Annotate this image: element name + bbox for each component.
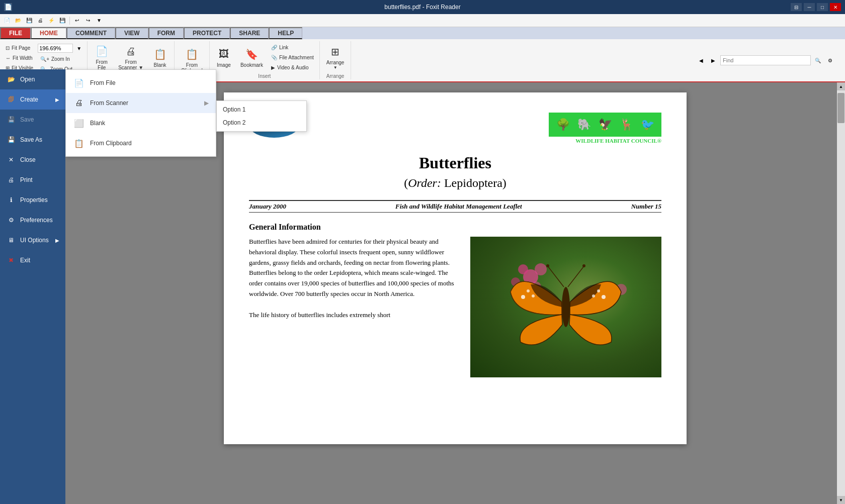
arrange-button[interactable]: ⊞ Arrange ▼ [323, 42, 348, 72]
tab-view[interactable]: VIEW [115, 27, 148, 39]
open-folder-icon: 📂 [6, 74, 16, 84]
settings-button[interactable]: ⚙ [825, 55, 835, 65]
blank-ribbon-button[interactable]: 📋 Blank [149, 42, 171, 72]
ribbon-search: ◀ ▶ 🔍 ⚙ [692, 41, 845, 79]
menu-item-uioptions[interactable]: 🖥 UI Options ▶ [0, 230, 65, 250]
wildlife-icons: 🌳 🐘 🦅 🦌 🐦 [549, 113, 661, 137]
new-button[interactable]: 📄 [2, 16, 12, 26]
scroll-up-button[interactable]: ▲ [837, 82, 845, 90]
svg-point-1 [535, 263, 547, 275]
properties-icon: ℹ [6, 195, 16, 205]
svg-point-8 [562, 287, 570, 327]
video-audio-button[interactable]: ▶ Video & Audio [269, 63, 316, 72]
menu-item-preferences[interactable]: ⚙ Preferences [0, 210, 65, 230]
svg-point-14 [592, 294, 595, 297]
content-row: Butterflies have been admired for centur… [249, 237, 661, 377]
separator [69, 17, 70, 25]
open-button[interactable]: 📂 [13, 16, 23, 26]
link-button[interactable]: 🔗 Link [269, 43, 316, 52]
link-icon: 🔗 [271, 45, 277, 50]
tab-comment[interactable]: COMMENT [66, 27, 115, 39]
scanner-submenu: Option 1 Option 2 [216, 100, 307, 132]
scroll-down-button[interactable]: ▼ [837, 496, 845, 504]
exit-icon: ✖ [6, 255, 16, 265]
tab-protect[interactable]: PROTECT [184, 27, 230, 39]
print-toolbar-button[interactable]: 🖨 [35, 16, 45, 26]
search-input[interactable] [720, 55, 811, 65]
menu-item-properties[interactable]: ℹ Properties [0, 190, 65, 210]
paragraph2: The life history of butterflies includes… [249, 310, 460, 321]
fit-page-button[interactable]: ⊡ Fit Page [3, 43, 36, 52]
create-blank-label: Blank [90, 120, 105, 127]
window-title: butterflies.pdf - Foxit Reader [384, 4, 460, 11]
arrange-section: ⊞ Arrange ▼ Arrange [320, 41, 352, 79]
save-toolbar-button[interactable]: 💾 [24, 16, 34, 26]
arrange-icon: ⊞ [328, 45, 343, 59]
fit-width-icon: ↔ [6, 55, 11, 61]
svg-line-15 [548, 267, 564, 287]
zoom-in-icon: 🔍+ [40, 56, 49, 62]
more-button[interactable]: ▼ [94, 16, 104, 26]
save-icon: 💾 [6, 115, 16, 125]
menu-item-open[interactable]: 📂 Open [0, 69, 65, 89]
tab-file[interactable]: FILE [0, 27, 31, 39]
save2-button[interactable]: 💾 [57, 16, 67, 26]
quick-print-button[interactable]: ⚡ [46, 16, 56, 26]
undo-button[interactable]: ↩ [72, 16, 82, 26]
zoom-input[interactable] [38, 44, 73, 53]
paragraph1: Butterflies have been admired for centur… [249, 237, 460, 299]
tab-help[interactable]: HELP [269, 27, 302, 39]
tab-home[interactable]: HOME [31, 27, 66, 39]
wildlife-icon-animal3: 🦌 [616, 115, 636, 135]
bookmark-button[interactable]: 🔖 Bookmark [237, 42, 267, 72]
maximize-button[interactable]: □ [817, 3, 828, 11]
fit-width-button[interactable]: ↔ Fit Width [3, 53, 36, 62]
tab-share[interactable]: SHARE [230, 27, 269, 39]
scroll-track[interactable] [837, 90, 845, 496]
svg-point-9 [521, 295, 525, 299]
print-icon: 🖨 [6, 175, 16, 185]
menu-item-close-label: Close [20, 156, 36, 163]
create-from-file-item[interactable]: 📄 From File [66, 73, 216, 93]
svg-point-12 [602, 295, 606, 299]
from-scanner-ribbon-button[interactable]: 🖨 From Scanner ▼ [115, 42, 147, 72]
wildlife-icon-animal2: 🦅 [595, 115, 615, 135]
menu-item-saveas[interactable]: 💾 Save As [0, 130, 65, 150]
redo-button[interactable]: ↪ [83, 16, 93, 26]
create-from-scanner-item[interactable]: 🖨 From Scanner ▶ [66, 93, 216, 113]
restore-down-button[interactable]: ⊟ [791, 3, 802, 11]
create-blank-item[interactable]: ⬜ Blank [66, 113, 216, 133]
menu-item-preferences-label: Preferences [20, 217, 53, 224]
create-from-clipboard-item[interactable]: 📋 From Clipboard [66, 133, 216, 153]
wildlife-icon-animal1: 🐘 [574, 115, 594, 135]
close-button[interactable]: ✕ [830, 3, 841, 11]
from-file-ribbon-button[interactable]: 📄 From File [91, 42, 113, 72]
fit-page-icon: ⊡ [6, 45, 10, 51]
preferences-icon: ⚙ [6, 215, 16, 225]
scroll-thumb[interactable] [837, 93, 844, 123]
menu-item-close[interactable]: ✕ Close [0, 150, 65, 170]
scrollbar[interactable]: ▲ ▼ [837, 82, 845, 504]
menu-item-print[interactable]: 🖨 Print [0, 170, 65, 190]
back-button[interactable]: ◀ [696, 55, 706, 65]
svg-point-10 [527, 289, 530, 292]
zoom-in-button[interactable]: 🔍+ Zoom In [38, 54, 84, 63]
forward-button[interactable]: ▶ [708, 55, 718, 65]
tab-form[interactable]: FORM [148, 27, 184, 39]
create-from-scanner-label: From Scanner [90, 99, 128, 107]
zoom-dropdown-button[interactable]: ▼ [74, 43, 84, 53]
scanner-option-2[interactable]: Option 2 [217, 116, 306, 129]
search-button[interactable]: 🔍 [813, 55, 823, 65]
wildlife-logo: 🌳 🐘 🦅 🦌 🐦 WILDLIFE HABITAT COUNCIL® [549, 113, 661, 144]
menu-item-exit[interactable]: ✖ Exit [0, 250, 65, 270]
menu-item-create[interactable]: 🗐 Create ▶ [0, 89, 65, 110]
menu-item-save[interactable]: 💾 Save [0, 110, 65, 130]
svg-point-18 [582, 264, 585, 267]
scanner-option-1[interactable]: Option 1 [217, 103, 306, 116]
image-button[interactable]: 🖼 Image [213, 42, 235, 72]
app-icon: 📄 [4, 3, 12, 11]
file-attachment-button[interactable]: 📎 File Attachment [269, 53, 316, 62]
pdf-text: Butterflies have been admired for centur… [249, 237, 460, 377]
minimize-button[interactable]: ─ [804, 3, 815, 11]
from-scanner-icon: 🖨 [124, 44, 138, 58]
